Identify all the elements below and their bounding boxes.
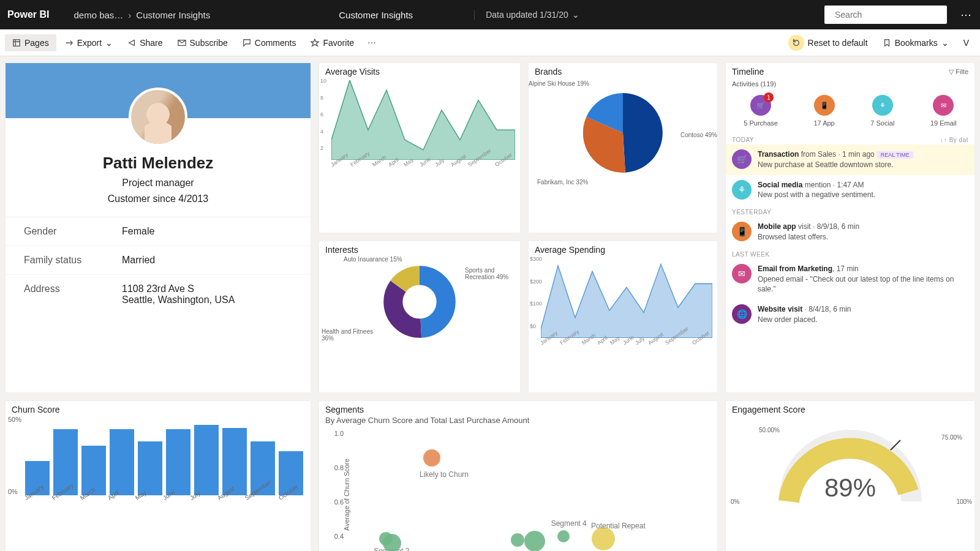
breadcrumb-page[interactable]: Customer Insights [136,10,210,20]
export-button[interactable]: Export ⌄ [59,36,119,50]
timeline-filter-email[interactable]: ✉19 Email [930,95,957,127]
bookmark-icon [883,39,891,47]
timeline-filter-social[interactable]: ⚘7 Social [870,95,894,127]
pages-icon [12,39,21,47]
export-icon [65,39,74,47]
field-address: Address 1108 23rd Ave SSeattle, Washingt… [6,275,311,314]
avg-spending-card[interactable]: Average Spending $300$200$100$0 JanuaryF… [528,241,718,393]
action-bar: Pages Export ⌄ Share Subscribe Comments … [0,29,980,56]
mail-icon [178,39,186,47]
field-gender: Gender Female [6,217,311,246]
interests-donut [383,265,456,339]
cart-icon: 🛒1 [750,95,771,116]
avg-visits-card[interactable]: Average Visits 108642 JanuaryFebruaryMar… [318,62,521,233]
sort-bydate[interactable]: ↓↑ By dat [940,137,968,143]
share-icon: ⚘ [872,95,893,116]
card-title: Segments [319,401,717,416]
brands-pie [583,93,663,173]
share-icon: ⚘ [732,180,752,200]
card-title: Engagement Score [726,401,974,416]
share-button[interactable]: Share [121,36,168,50]
more-icon[interactable]: ⋯ [363,38,381,48]
phone-icon: 📱 [814,95,835,116]
brands-card[interactable]: Brands Alpine Ski House 19% Contoso 49% … [528,62,718,233]
segments-card[interactable]: Segments By Average Churn Score and Tota… [318,400,718,551]
globe-icon: 🌐 [732,304,752,324]
card-title: Average Visits [319,63,520,78]
timeline-item[interactable]: 🌐 Website visit · 8/4/18, 6 minNew order… [726,299,974,330]
subscribe-button[interactable]: Subscribe [172,36,234,50]
churn-card[interactable]: Churn Score 50% 0% 25%48%36%48%39%48%51%… [5,400,311,551]
timeline-filter-app[interactable]: 📱17 App [813,95,834,127]
svg-point-0 [829,14,831,15]
customer-role: Project manager [6,178,311,189]
svg-rect-1 [13,39,20,46]
card-title: Timeline [732,67,764,77]
page-title: Customer Insights [339,10,413,20]
timeline-item[interactable]: 🛒 Transaction from Sales · 1 min agoREAL… [726,144,974,175]
app-brand: Power BI [7,9,49,20]
segments-scatter: Average of Churn Score 1.00.80.60.40.2 $… [346,430,710,551]
card-title: Brands [529,63,717,78]
mail-icon: ✉ [732,264,752,283]
star-icon [311,39,319,47]
chevron-right-icon: › [128,10,131,20]
comments-button[interactable]: Comments [236,36,303,50]
timeline-item[interactable]: 📱 Mobile app visit · 8/9/18, 6 minBrowse… [726,217,974,247]
pages-button[interactable]: Pages [5,34,56,51]
cart-icon: 🛒 [732,149,752,169]
customer-name: Patti Melendez [6,154,311,173]
search-icon [829,10,831,19]
search-input[interactable] [824,6,947,24]
phone-icon: 📱 [732,222,752,241]
engagement-card[interactable]: Engagement Score 89% 0% 50.00% 75.00% 10… [725,400,975,551]
top-bar: Power BI demo bas… › Customer Insights C… [0,0,980,29]
view-button[interactable]: V [957,36,975,50]
card-title: Average Spending [529,241,717,256]
data-updated[interactable]: Data updated 1/31/20 ⌄ [474,10,579,20]
timeline-card: Timeline ▽ Filte Activities (119) 🛒15 Pu… [725,62,975,393]
favorite-button[interactable]: Favorite [304,36,360,50]
comment-icon [243,39,251,47]
customer-since: Customer since 4/2013 [6,193,311,204]
filter-button[interactable]: ▽ Filte [949,68,968,76]
card-title: Churn Score [6,401,311,416]
chevron-down-icon: ⌄ [941,38,949,48]
bookmarks-button[interactable]: Bookmarks ⌄ [876,36,955,50]
profile-card: Patti Melendez Project manager Customer … [5,62,311,393]
chevron-down-icon: ⌄ [572,10,579,20]
mail-icon: ✉ [933,95,954,116]
timeline-filter-purchase[interactable]: 🛒15 Purchase [744,95,778,127]
share-icon [127,39,136,47]
breadcrumb-workspace[interactable]: demo bas… [74,10,123,20]
chevron-down-icon: ⌄ [105,38,113,48]
avatar [129,88,187,146]
reset-button[interactable]: Reset to default [782,32,874,53]
timeline-item[interactable]: ✉ Email from Marketing, 17 minOpened ema… [726,259,974,299]
breadcrumb: demo bas… › Customer Insights [74,10,210,20]
more-icon[interactable]: ⋯ [960,8,973,21]
engagement-gauge: 89% 0% 50.00% 75.00% 100% [726,416,974,508]
field-family: Family status Married [6,246,311,275]
timeline-item[interactable]: ⚘ Social media mention · 1:47 AMNew post… [726,175,974,206]
search-field[interactable] [835,10,942,20]
card-title: Interests [319,241,520,256]
interests-card[interactable]: Interests Auto Insuarance 15% Sports and… [318,241,521,393]
activities-count: Activities (119) [726,80,974,91]
reset-icon [788,35,804,51]
card-subtitle: By Average Churn Score and Total Last Pu… [319,416,717,430]
